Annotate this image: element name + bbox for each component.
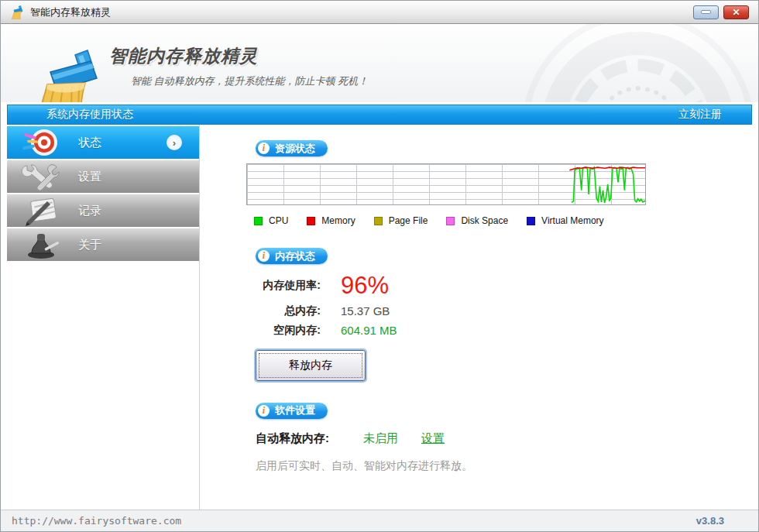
app-window: 智能内存释放精灵 ✕ 智能内存释放精灵 智能 自动释放内存，提升系统性能，防止卡… — [0, 0, 759, 532]
resource-history-chart — [246, 163, 646, 205]
total-value: 15.37 GB — [341, 304, 390, 317]
sidebar-item-records[interactable]: 记录 — [7, 194, 199, 227]
body: 状态 › 设置 — [7, 125, 752, 510]
header-text: 智能内存释放精灵 智能 自动释放内存，提升系统性能，防止卡顿 死机！ — [109, 24, 758, 88]
auto-release-label: 自动释放内存: — [256, 431, 329, 446]
resource-status-badge: i 资源状态 — [256, 140, 328, 156]
legend-item-cpu: CPU — [254, 215, 288, 226]
info-icon: i — [258, 142, 270, 154]
chevron-right-icon: › — [167, 135, 182, 150]
header: 智能内存释放精灵 智能 自动释放内存，提升系统性能，防止卡顿 死机！ — [1, 24, 758, 102]
virtualmemory-swatch-icon — [527, 217, 535, 225]
total-label: 总内存: — [246, 304, 321, 318]
legend-label: Virtual Memory — [541, 215, 603, 226]
legend-item-virtualmemory: Virtual Memory — [527, 215, 603, 226]
stat-row-total: 总内存: 15.37 GB — [246, 304, 752, 318]
stat-row-free: 空闲内存: 604.91 MB — [246, 324, 752, 338]
sidebar-item-status[interactable]: 状态 › — [7, 126, 199, 159]
notepad-pen-icon — [7, 194, 78, 227]
memory-status-badge: i 内存状态 — [256, 248, 328, 264]
footer: http://www.fairysoftware.com v3.8.3 — [1, 510, 758, 531]
minimize-icon — [701, 10, 711, 14]
memory-stats: 内存使用率: 96% 总内存: 15.37 GB 空闲内存: 604.91 MB — [246, 273, 752, 338]
legend-item-diskspace: Disk Space — [446, 215, 508, 226]
website-link[interactable]: http://www.fairysoftware.com — [12, 515, 181, 527]
stamp-icon — [7, 228, 78, 261]
sidebar-item-label: 设置 — [78, 170, 101, 184]
legend-label: Disk Space — [461, 215, 508, 226]
sidebar-item-label: 状态 — [78, 136, 101, 150]
minimize-button[interactable] — [693, 5, 719, 19]
memory-swatch-icon — [307, 217, 315, 225]
diskspace-swatch-icon — [446, 217, 455, 225]
sidebar-item-label: 记录 — [78, 204, 101, 218]
titlebar: 智能内存释放精灵 ✕ — [1, 1, 758, 24]
legend-label: CPU — [269, 215, 288, 226]
legend-label: Page File — [389, 215, 428, 226]
badge-label: 软件设置 — [275, 403, 315, 417]
badge-label: 资源状态 — [275, 142, 315, 156]
usage-label: 内存使用率: — [246, 279, 321, 293]
free-label: 空闲内存: — [246, 324, 321, 338]
close-button[interactable]: ✕ — [723, 5, 749, 19]
cpu-swatch-icon — [254, 217, 263, 225]
chart-lines — [247, 164, 645, 204]
legend-item-memory: Memory — [307, 215, 355, 226]
legend-label: Memory — [321, 215, 355, 226]
auto-release-status: 未启用 — [363, 431, 398, 446]
app-broom-icon — [10, 5, 24, 19]
sidebar-item-about[interactable]: 关于 — [7, 228, 199, 261]
sidebar-item-settings[interactable]: 设置 — [7, 160, 199, 193]
info-icon: i — [258, 250, 270, 262]
status-toolbar: 系统内存使用状态 立刻注册 — [7, 105, 752, 125]
register-link[interactable]: 立刻注册 — [678, 108, 722, 122]
release-memory-button[interactable]: 释放内存 — [256, 350, 366, 381]
toolbar-title: 系统内存使用状态 — [46, 108, 678, 122]
legend-item-pagefile: Page File — [374, 215, 428, 226]
info-icon: i — [258, 405, 270, 417]
auto-release-hint: 启用后可实时、自动、智能对内存进行释放。 — [256, 459, 752, 473]
usage-value: 96% — [341, 273, 389, 299]
pagefile-swatch-icon — [374, 217, 383, 225]
auto-release-row: 自动释放内存: 未启用 设置 — [256, 431, 752, 446]
app-title: 智能内存释放精灵 — [109, 44, 758, 68]
app-subtitle: 智能 自动释放内存，提升系统性能，防止卡顿 死机！ — [131, 74, 758, 88]
stat-row-usage: 内存使用率: 96% — [246, 273, 752, 299]
chart-legend: CPU Memory Page File Disk Space Virtual … — [254, 215, 752, 226]
settings-link[interactable]: 设置 — [421, 431, 445, 446]
free-value: 604.91 MB — [341, 324, 397, 337]
window-title: 智能内存释放精灵 — [30, 5, 689, 19]
wrench-icon — [7, 160, 78, 193]
software-settings-badge: i 软件设置 — [256, 403, 328, 419]
dartboard-icon — [7, 126, 78, 159]
version-label: v3.8.3 — [696, 515, 724, 527]
app-logo-broom — [29, 49, 106, 102]
sidebar-item-label: 关于 — [78, 238, 101, 252]
main-content: i 资源状态 CPU Memory Page File — [199, 125, 752, 510]
sidebar: 状态 › 设置 — [7, 125, 199, 510]
badge-label: 内存状态 — [275, 249, 315, 263]
